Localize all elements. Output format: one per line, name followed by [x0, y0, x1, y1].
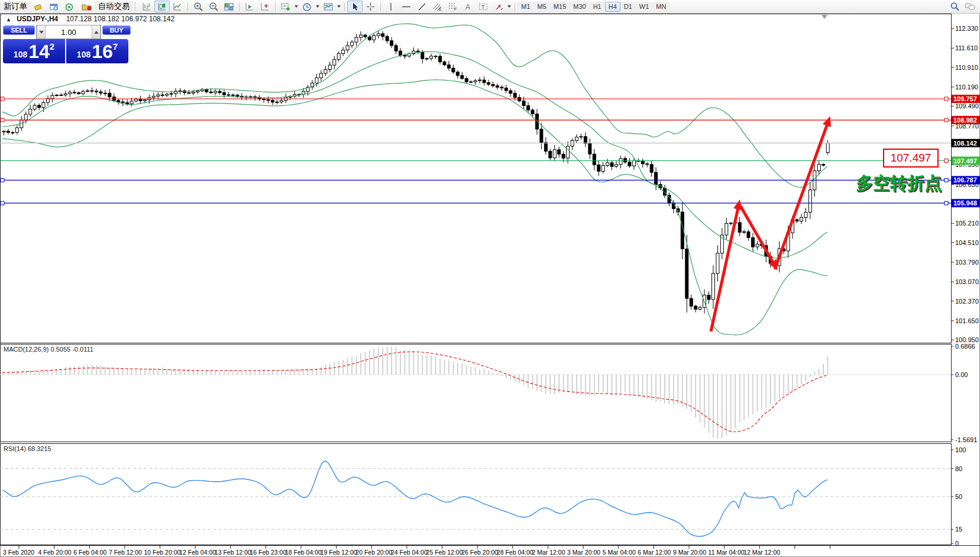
spinner-up-icon — [94, 31, 99, 34]
line-handle[interactable] — [1, 97, 4, 101]
fibonacci-icon[interactable]: F — [445, 1, 460, 12]
chart-shift-icon[interactable] — [257, 1, 273, 12]
cursor-icon[interactable] — [347, 1, 363, 12]
chart-canvas[interactable]: 112.330111.610110.910110.190109.490108.7… — [0, 0, 980, 557]
time-axis-label: 2 Mar 12:00 — [532, 549, 565, 556]
price-tick-label: 112.330 — [955, 25, 978, 32]
macd-pane — [0, 347, 951, 439]
timeframe-H1-button[interactable]: H1 — [590, 2, 605, 12]
sell-price-quote[interactable]: 108 14 2 — [3, 39, 65, 63]
timeframe-H4-button[interactable]: H4 — [605, 2, 620, 12]
new-order-button[interactable]: 新订单 — [0, 1, 31, 12]
svg-text:T: T — [481, 4, 485, 10]
time-axis-label: 5 Mar 04:00 — [603, 549, 636, 556]
line-handle[interactable] — [945, 178, 948, 182]
vertical-line-icon[interactable] — [383, 1, 399, 12]
volume-input[interactable] — [46, 25, 92, 38]
mt4-application: 新订单 自动交易 E F A T — [0, 0, 980, 557]
rsi-tick-label: 15 — [955, 526, 962, 533]
candlesticks — [2, 31, 829, 314]
market-watch-icon[interactable] — [46, 1, 62, 12]
turning-point-annotation[interactable]: 多空转折点 — [856, 172, 942, 195]
trend-arrow[interactable] — [711, 202, 739, 331]
line-handle[interactable] — [1, 178, 4, 182]
trend-arrows[interactable] — [711, 119, 829, 331]
rsi-pane — [0, 461, 951, 537]
time-axis-label: 26 Feb 20:00 — [461, 549, 498, 556]
timeframe-M1-button[interactable]: M1 — [518, 2, 533, 12]
equidistant-channel-icon[interactable]: E — [429, 1, 445, 12]
trend-arrow[interactable] — [740, 206, 776, 268]
price-tick-label: 109.490 — [955, 102, 979, 110]
toolbar-grip — [135, 2, 137, 11]
trend-arrow[interactable] — [775, 119, 829, 269]
chat-icon[interactable] — [962, 1, 978, 12]
autotrading-button[interactable]: 自动交易 — [95, 1, 133, 12]
zoom-out-icon[interactable] — [206, 1, 221, 12]
timeframe-W1-button[interactable]: W1 — [636, 2, 653, 12]
tile-windows-icon[interactable] — [221, 1, 237, 12]
timeframe-M30-button[interactable]: M30 — [570, 2, 589, 12]
buy-button[interactable]: BUY — [102, 25, 131, 35]
periods-icon[interactable] — [299, 1, 315, 12]
time-axis-label: 3 Feb 2020 — [3, 549, 34, 556]
zoom-in-icon[interactable] — [190, 1, 206, 12]
timeframe-D1-button[interactable]: D1 — [620, 2, 636, 12]
periods-caret-icon[interactable] — [316, 5, 319, 8]
time-axis[interactable]: 3 Feb 20204 Feb 20:006 Feb 04:007 Feb 12… — [3, 546, 830, 556]
volume-increase-button[interactable] — [92, 25, 101, 38]
horizontal-lines[interactable] — [0, 97, 951, 205]
line-handle[interactable] — [945, 118, 948, 122]
line-handle[interactable] — [945, 159, 948, 163]
buy-price-quote[interactable]: 108 16 7 — [66, 39, 128, 63]
timeframe-M5-button[interactable]: M5 — [534, 2, 550, 12]
sell-pips: 14 — [28, 42, 50, 61]
horizontal-line-icon[interactable] — [399, 1, 414, 12]
price-callout-box[interactable]: 107.497 — [883, 149, 939, 168]
line-handle[interactable] — [945, 201, 948, 205]
rsi-tick-label: 100 — [955, 446, 966, 453]
indicators-caret-icon[interactable] — [295, 5, 298, 8]
symbols-icon[interactable] — [31, 1, 46, 12]
auto-scroll-icon[interactable] — [242, 1, 257, 12]
timeframe-M15-button[interactable]: M15 — [550, 2, 570, 12]
text-label-icon[interactable]: T — [476, 1, 491, 12]
one-click-trading-panel: SELL BUY 108 14 2 108 16 7 — [3, 25, 131, 63]
timeframe-MN-button[interactable]: MN — [652, 2, 669, 12]
line-handle[interactable] — [945, 97, 948, 101]
svg-text:E: E — [439, 7, 442, 11]
sound-icon[interactable] — [62, 1, 77, 12]
time-axis-label: 10 Feb 20:00 — [144, 549, 181, 556]
price-line-label-text: 107.497 — [953, 157, 977, 165]
time-axis-label: 6 Mar 12:00 — [638, 549, 671, 556]
search-icon[interactable] — [947, 1, 962, 12]
buy-pips: 16 — [92, 42, 113, 61]
svg-text:F: F — [454, 7, 457, 11]
arrows-icon[interactable] — [491, 1, 506, 12]
chart-shift-marker-icon[interactable] — [821, 15, 827, 19]
price-tick-label: 105.210 — [955, 220, 979, 227]
toolbar-separator — [275, 2, 276, 11]
chart-title: ▲ USDJPY-,H4 107.128 108.182 106.972 108… — [6, 15, 174, 23]
pane-frames — [0, 14, 980, 557]
sell-button[interactable]: SELL — [3, 25, 35, 35]
crosshair-icon[interactable] — [363, 1, 378, 12]
volume-control — [36, 25, 101, 39]
line-handle[interactable] — [1, 118, 4, 122]
volume-decrease-button[interactable] — [37, 25, 46, 38]
price-axis[interactable]: 112.330111.610110.910110.190109.490108.7… — [951, 25, 980, 547]
trendline-icon[interactable] — [414, 1, 429, 12]
macd-tick-label: 0.00 — [955, 371, 968, 378]
text-icon[interactable]: A — [460, 1, 476, 12]
line-chart-type-icon[interactable] — [170, 1, 185, 12]
collapse-icon[interactable]: ▲ — [6, 17, 11, 22]
indicators-icon[interactable] — [278, 1, 293, 12]
arrows-caret-icon[interactable] — [507, 5, 511, 8]
bar-chart-type-icon[interactable] — [139, 1, 154, 12]
price-tick-label: 104.510 — [955, 239, 979, 246]
templates-caret-icon[interactable] — [337, 5, 341, 8]
line-handle[interactable] — [1, 201, 4, 205]
sell-point: 2 — [50, 41, 54, 51]
candlestick-chart-type-icon[interactable] — [154, 1, 170, 12]
templates-icon[interactable] — [321, 1, 336, 12]
